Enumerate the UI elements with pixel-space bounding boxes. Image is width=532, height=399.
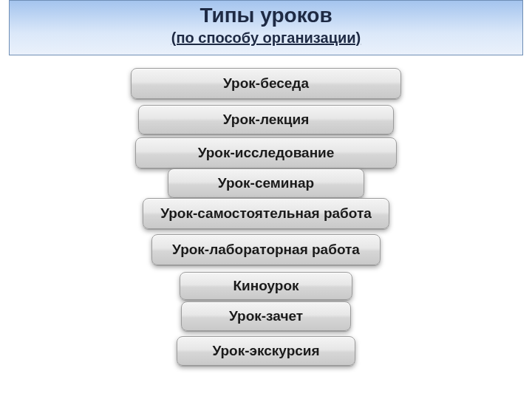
chip-8: Урок-экскурсия bbox=[177, 336, 355, 366]
slide-stage: Типы уроков (по способу организации) Уро… bbox=[0, 0, 532, 399]
slide-title: Типы уроков bbox=[10, 1, 522, 27]
chip-label: Урок-лабораторная работа bbox=[172, 242, 360, 258]
chip-7: Урок-зачет bbox=[181, 301, 351, 331]
chip-1: Урок-лекция bbox=[138, 105, 394, 134]
chip-4: Урок-самостоятельная работа bbox=[143, 198, 389, 229]
title-box: Типы уроков (по способу организации) bbox=[9, 0, 523, 55]
chip-label: Урок-зачет bbox=[229, 308, 303, 324]
slide-subtitle: (по способу организации) bbox=[10, 27, 522, 48]
chip-label: Урок-семинар bbox=[218, 175, 314, 191]
chip-2: Урок-исследование bbox=[135, 137, 397, 168]
chip-label: Урок-лекция bbox=[223, 112, 310, 128]
chip-label: Урок-экскурсия bbox=[212, 343, 319, 359]
chip-label: Урок-исследование bbox=[198, 145, 335, 161]
chip-label: Киноурок bbox=[233, 278, 299, 294]
chip-label: Урок-самостоятельная работа bbox=[160, 205, 372, 222]
chip-0: Урок-беседа bbox=[131, 68, 401, 99]
chip-3: Урок-семинар bbox=[168, 168, 364, 198]
chip-5: Урок-лабораторная работа bbox=[151, 234, 381, 265]
chip-label: Урок-беседа bbox=[223, 75, 309, 92]
chip-6: Киноурок bbox=[180, 272, 352, 300]
